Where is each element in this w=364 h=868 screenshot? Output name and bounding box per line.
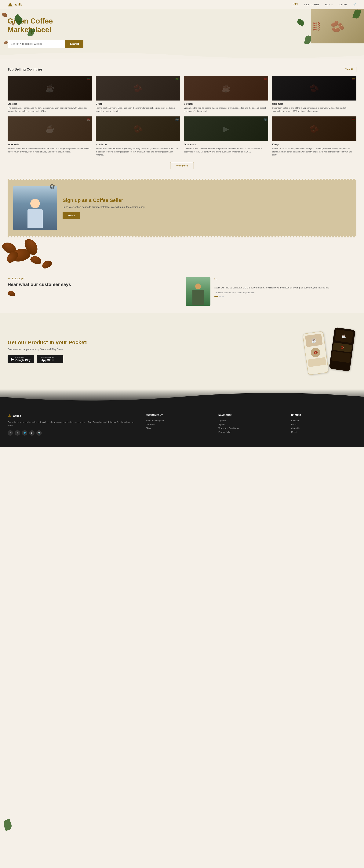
social-facebook[interactable]: f (8, 430, 13, 436)
social-twitter[interactable]: 🐦 (22, 430, 27, 436)
app-store-badge[interactable]: Download on the App Store (37, 355, 63, 363)
seller-content: Sign up as a Coffee Seller Bring your co… (63, 197, 351, 219)
logo-icon (8, 2, 13, 7)
countries-grid: ☕ 🇪🇹 Ethiopia The birthplace of coffee, … (8, 76, 356, 156)
nav-sign-in[interactable]: SIGN IN (325, 3, 333, 6)
country-flag-kenya: 🇰🇪 (352, 118, 355, 121)
country-image-indonesia: ☕ 🇮🇩 (8, 117, 92, 141)
dot-2[interactable] (219, 297, 221, 297)
country-card-honduras: 🫘 🇭🇳 Honduras Honduras is a coffee-produ… (96, 117, 180, 156)
footer-navigation-col: NAVIGATION Sign Up Sign In Terms And Con… (219, 414, 284, 436)
testimonial-author: - Brazilian coffee farmer at coffee plan… (214, 291, 356, 294)
country-desc-ethiopia: The birthplace of coffee, and the bevera… (8, 106, 92, 113)
social-instagram[interactable]: in (15, 430, 20, 436)
seller-description: Bring your coffee beans to our marketpla… (63, 206, 351, 209)
testimonial-person-image (186, 277, 210, 306)
footer-link-signup[interactable]: Sign Up (219, 420, 284, 422)
app-store-sub: Download on the (41, 357, 54, 359)
country-desc-guatemala: Guatemala was Central America's top prod… (184, 147, 268, 153)
flower-decoration: ✿ (49, 182, 55, 190)
footer-logo-text: adulis (13, 414, 21, 417)
dot-3[interactable] (222, 297, 224, 297)
footer-company-title: OUR COMPANY (145, 414, 211, 416)
view-more-wrap: View More (8, 162, 356, 169)
nav-home[interactable]: HOME (292, 3, 299, 6)
footer-logo: adulis (8, 414, 138, 418)
country-card-kenya: 🫘 🇰🇪 Kenya Known for its consistently ri… (272, 117, 356, 156)
search-input[interactable] (8, 40, 65, 48)
logo[interactable]: adulis (8, 2, 22, 7)
svg-rect-1 (9, 5, 11, 6)
seller-title: Sign up as a Coffee Seller (63, 197, 351, 204)
country-flag-brazil: 🇧🇷 (175, 78, 178, 81)
country-image-brazil: 🫘 🇧🇷 (96, 76, 180, 100)
social-youtube[interactable]: ▶ (29, 430, 34, 436)
footer-link-signin[interactable]: Sign In (219, 423, 284, 426)
country-card-ethiopia: ☕ 🇪🇹 Ethiopia The birthplace of coffee, … (8, 76, 92, 113)
seller-section: ✿ Sign up as a Coffee Seller Bring your … (8, 179, 356, 238)
country-flag-vietnam: 🇻🇳 (264, 78, 267, 81)
testimonial-dots (214, 297, 356, 297)
footer-logo-icon (8, 414, 12, 418)
country-image-honduras: 🫘 🇭🇳 (96, 117, 180, 141)
search-button[interactable]: Search (65, 40, 84, 48)
country-name-vietnam: Vietnam (184, 102, 268, 105)
phone-front: ☕ 🫘 (302, 331, 329, 375)
testimonial-heading: Hear what our customer says (8, 281, 178, 287)
not-satisfied-label: Not Satisfied yet? (8, 277, 178, 280)
country-flag-colombia: 🇨🇴 (352, 78, 355, 81)
view-all-button[interactable]: View All (342, 67, 356, 72)
country-name-ethiopia: Ethiopia (8, 102, 92, 105)
dot-1[interactable] (214, 297, 218, 297)
nav-sell-coffee[interactable]: SELL COFFEE (304, 3, 319, 6)
nav-links: HOME SELL COFFEE SIGN IN JOIN US 🛒 (292, 3, 356, 6)
country-desc-brazil: For the past 150 years, Brazil has been … (96, 106, 180, 113)
footer-brands-col: BRANDS Ethiopia Brazil Colombia More > (291, 414, 356, 436)
join-us-button[interactable]: Join Us (63, 212, 80, 219)
hero-search-bar: Search (8, 40, 84, 48)
footer-navigation-title: NAVIGATION (219, 414, 284, 416)
app-title: Get our Product In your Pocket! (8, 339, 292, 346)
top-selling-section: Top Selling Countries View All ☕ 🇪🇹 Ethi… (0, 59, 364, 177)
country-name-kenya: Kenya (272, 143, 356, 146)
country-name-brazil: Brazil (96, 102, 180, 105)
country-flag-honduras: 🇭🇳 (175, 118, 178, 121)
social-other[interactable]: 📷 (36, 430, 42, 436)
footer-brands-title: BRANDS (291, 414, 356, 416)
footer-link-brazil[interactable]: Brazil (291, 423, 356, 426)
google-play-name: Google Play (15, 359, 31, 362)
logo-text: adulis (14, 3, 22, 6)
testimonial-right: " Adulis will help us penetrate the US c… (186, 277, 356, 306)
view-more-button[interactable]: View More (170, 162, 194, 169)
country-desc-kenya: Known for its consistently rich flavor a… (272, 147, 356, 156)
testimonial-left: Not Satisfied yet? Hear what our custome… (8, 277, 178, 297)
footer-wave (0, 389, 364, 404)
footer-link-contact[interactable]: Contact us (145, 423, 211, 426)
country-image-vietnam: ☕ 🇻🇳 (184, 76, 268, 100)
footer-link-faqs[interactable]: FAQs (145, 427, 211, 429)
country-desc-honduras: Honduras is a coffee-producing country, … (96, 147, 180, 156)
footer-link-colombia[interactable]: Colombia (291, 427, 356, 429)
app-store-name: App Store (41, 359, 54, 362)
country-desc-indonesia: Indonesia was one of the first countries… (8, 147, 92, 153)
nav-join-us[interactable]: JOIN US (338, 3, 347, 6)
cart-icon[interactable]: 🛒 (353, 3, 356, 6)
country-name-honduras: Honduras (96, 143, 180, 146)
footer-link-privacy[interactable]: Privacy Policy (219, 431, 284, 433)
footer: adulis Our vision is to be earth's coffe… (0, 404, 364, 447)
google-play-badge[interactable]: ▶ GET IT ON Google Play (8, 355, 34, 363)
footer-link-more[interactable]: More > (291, 431, 356, 433)
quote-mark: " (214, 277, 356, 284)
app-section: Get our Product In your Pocket! Download… (0, 313, 364, 389)
footer-link-ethiopia[interactable]: Ethiopia (291, 420, 356, 422)
country-flag-guatemala: 🇬🇹 (264, 118, 267, 121)
footer-link-terms[interactable]: Terms And Conditions (219, 427, 284, 429)
country-card-colombia: 🫘 🇨🇴 Colombia Colombian coffee is one of… (272, 76, 356, 113)
phone-mockups: ☕ 🫘 ☕ 🫘 (303, 325, 356, 378)
footer-link-about[interactable]: About our company (145, 420, 211, 422)
country-desc-vietnam: Vietnam is the world's second-largest pr… (184, 106, 268, 113)
country-image-ethiopia: ☕ 🇪🇹 (8, 76, 92, 100)
country-flag-indonesia: 🇮🇩 (87, 118, 91, 121)
country-name-indonesia: Indonesia (8, 143, 92, 146)
country-card-vietnam: ☕ 🇻🇳 Vietnam Vietnam is the world's seco… (184, 76, 268, 113)
